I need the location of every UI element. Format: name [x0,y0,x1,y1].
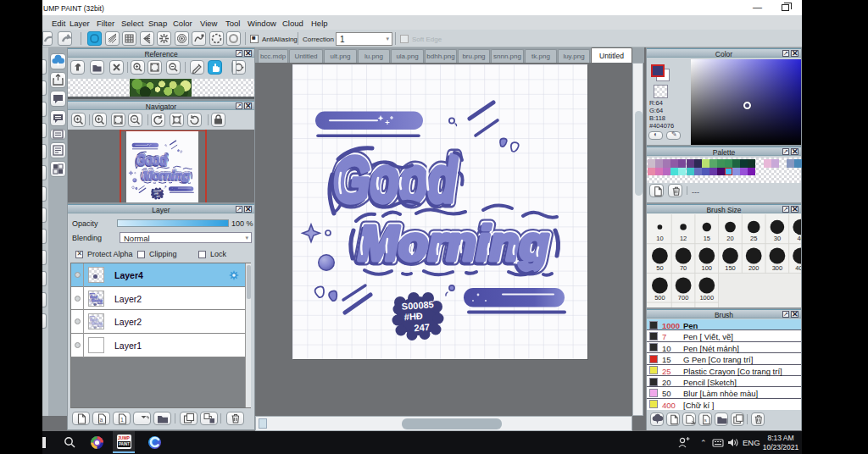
svg-text:s: s [704,417,706,423]
svg-text:a: a [100,417,103,423]
svg-text:300: 300 [772,264,783,272]
svg-text:100: 100 [702,264,713,272]
svg-text:1000: 1000 [699,294,714,302]
svg-text:200: 200 [748,264,760,272]
svg-text:150: 150 [725,264,736,272]
svg-text:30: 30 [774,235,781,242]
svg-text:40: 40 [797,235,801,242]
svg-text:50: 50 [656,264,663,272]
svg-text:500: 500 [654,294,665,302]
svg-text:10: 10 [656,235,663,242]
svg-text:25: 25 [750,235,757,242]
svg-text:20: 20 [726,235,733,242]
svg-text:12: 12 [680,235,687,242]
svg-text:70: 70 [680,264,687,272]
svg-text:#HĐ: #HĐ [403,311,423,323]
svg-text:15: 15 [704,235,710,242]
svg-text:247: 247 [414,322,430,333]
svg-text:700: 700 [678,294,689,302]
svg-text:400: 400 [795,264,801,272]
svg-text:1: 1 [120,417,124,423]
